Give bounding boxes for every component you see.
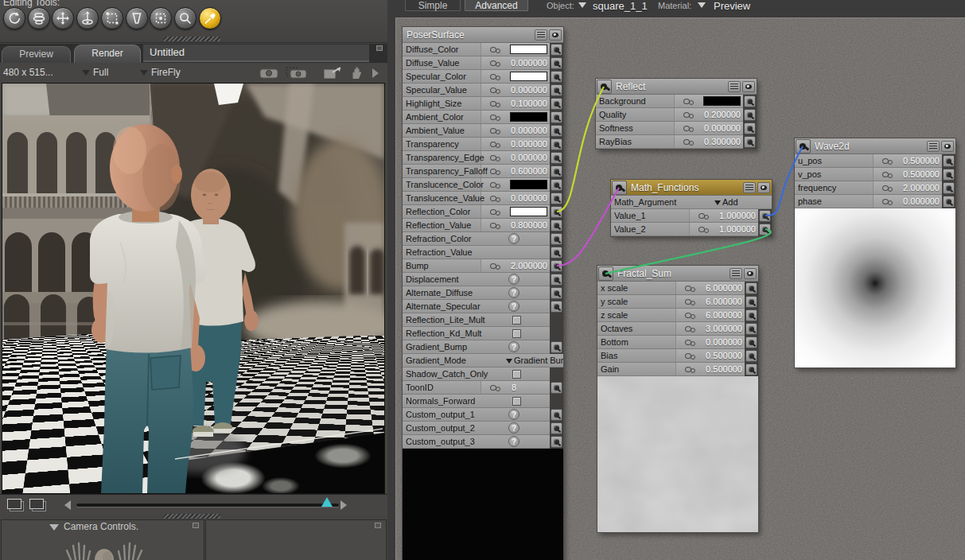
animation-link-icon[interactable]	[490, 196, 503, 202]
output-plug-icon[interactable]	[551, 98, 562, 110]
param-value[interactable]: 0.100000	[511, 99, 547, 108]
animation-link-icon[interactable]	[683, 126, 696, 132]
object-dropdown-icon[interactable]	[578, 2, 586, 8]
output-plug-icon[interactable]	[943, 155, 955, 167]
param-value[interactable]: 0.000000	[511, 193, 547, 203]
animation-link-icon[interactable]	[490, 155, 503, 161]
size-dropdown[interactable]: Full	[93, 67, 108, 78]
animation-link-icon[interactable]	[490, 223, 503, 229]
output-plug-icon[interactable]	[551, 165, 562, 177]
node-menu-icon[interactable]	[535, 29, 547, 41]
shader-node-graph[interactable]: PoserSurfaceDiffuse_ColorDiffuse_Value0.…	[395, 18, 965, 560]
node-header[interactable]: Wave2d	[795, 138, 955, 154]
help-icon[interactable]: ?	[508, 422, 519, 434]
animation-link-icon[interactable]	[490, 74, 503, 80]
translate-tool-button[interactable]	[52, 7, 74, 29]
stack-back-icon[interactable]	[7, 499, 21, 509]
param-value[interactable]: 0.000000	[511, 126, 547, 135]
color-swatch[interactable]	[510, 72, 547, 81]
size-dropdown-icon[interactable]	[82, 70, 90, 76]
frame-back-arrow[interactable]	[64, 500, 71, 510]
node-menu-icon[interactable]	[927, 141, 940, 152]
output-plug-icon[interactable]	[551, 57, 562, 69]
output-plug-icon[interactable]	[551, 409, 562, 421]
timeline-marker[interactable]	[321, 497, 333, 507]
output-plug-icon[interactable]	[759, 224, 771, 235]
node-header[interactable]: Reflect	[596, 79, 757, 95]
node-preview-radial[interactable]	[795, 208, 955, 368]
output-plug-icon[interactable]	[745, 282, 757, 294]
animation-link-icon[interactable]	[685, 340, 698, 346]
param-value[interactable]: 0.000000	[511, 58, 547, 68]
render-camera-icon[interactable]	[259, 65, 281, 83]
render-export-icon[interactable]	[321, 65, 345, 84]
output-plug-icon[interactable]	[551, 220, 562, 231]
animation-link-icon[interactable]	[490, 128, 503, 134]
output-plug-icon[interactable]	[745, 350, 757, 362]
output-plug-icon[interactable]	[745, 364, 757, 375]
pane-menu-icon[interactable]	[193, 523, 199, 528]
animation-link-icon[interactable]	[490, 101, 503, 107]
animation-link-icon[interactable]	[685, 313, 698, 319]
param-checkbox[interactable]	[512, 397, 521, 406]
material-dropdown-icon[interactable]	[698, 2, 706, 8]
engine-dropdown-icon[interactable]	[140, 70, 148, 76]
color-swatch[interactable]	[510, 180, 547, 189]
output-plug-icon[interactable]	[551, 382, 562, 394]
param-value[interactable]: 0.600000	[511, 166, 547, 176]
animation-link-icon[interactable]	[490, 47, 503, 53]
output-plug-icon[interactable]	[744, 95, 756, 107]
node-math_functions[interactable]: Math_FunctionsMath_ArgumentAddValue_11.0…	[611, 180, 772, 236]
timeline-track[interactable]	[76, 504, 339, 507]
color-swatch[interactable]	[510, 112, 547, 122]
animation-link-icon[interactable]	[882, 172, 895, 178]
output-plug-icon[interactable]	[744, 122, 756, 134]
material-value[interactable]: Preview	[714, 0, 963, 12]
output-plug-icon[interactable]	[551, 206, 562, 218]
hand-tool-icon[interactable]	[348, 65, 366, 84]
help-icon[interactable]: ?	[508, 287, 519, 298]
pane-menu-icon[interactable]	[375, 523, 381, 528]
output-plug-icon[interactable]	[551, 71, 562, 83]
animation-link-icon[interactable]	[490, 88, 503, 94]
output-plug-icon[interactable]	[551, 436, 562, 448]
panel-grip[interactable]	[163, 37, 220, 41]
node-menu-icon[interactable]	[743, 182, 756, 193]
twist-tool-button[interactable]	[28, 7, 50, 29]
output-plug-icon[interactable]	[551, 422, 562, 434]
collapse-triangle-icon[interactable]	[49, 524, 59, 531]
node-posersurface[interactable]: PoserSurfaceDiffuse_ColorDiffuse_Value0.…	[403, 27, 563, 560]
output-plug-icon[interactable]	[551, 247, 562, 259]
param-value[interactable]: 0.000000	[511, 139, 547, 149]
animation-link-icon[interactable]	[490, 263, 503, 270]
output-plug-icon[interactable]	[551, 260, 562, 272]
help-icon[interactable]: ?	[508, 341, 519, 352]
param-value[interactable]: 0.500000	[903, 169, 940, 179]
animation-link-icon[interactable]	[490, 169, 503, 175]
output-plug-icon[interactable]	[551, 84, 562, 96]
param-value[interactable]: 0.000000	[511, 153, 547, 162]
output-plug-icon[interactable]	[551, 301, 562, 313]
node-preview-toggle-icon[interactable]	[941, 141, 954, 152]
help-icon[interactable]: ?	[508, 409, 519, 420]
viewport-3d-scene[interactable]	[2, 83, 385, 494]
param-value[interactable]: 2.000000	[511, 261, 547, 270]
param-value[interactable]: 6.000000	[706, 297, 742, 306]
param-value[interactable]: 0.300000	[704, 137, 741, 146]
output-plug-icon[interactable]	[943, 182, 955, 194]
tab-preview[interactable]: Preview	[2, 46, 71, 63]
param-value[interactable]: 3.000000	[706, 324, 742, 333]
node-menu-icon[interactable]	[728, 81, 741, 92]
node-header[interactable]: Math_Functions	[611, 180, 772, 196]
param-value[interactable]: 2.000000	[903, 183, 940, 192]
output-plug-icon[interactable]	[759, 210, 771, 222]
animation-link-icon[interactable]	[490, 209, 503, 216]
panel-menu-icon[interactable]	[376, 45, 383, 51]
node-wave2d[interactable]: Wave2du_pos0.500000v_pos0.500000frequenc…	[795, 138, 955, 368]
param-value[interactable]: 0.500000	[706, 351, 742, 360]
taper-tool-button[interactable]	[126, 7, 148, 29]
param-value[interactable]: 6.000000	[706, 283, 742, 293]
animation-link-icon[interactable]	[490, 115, 503, 121]
output-plug-icon[interactable]	[551, 125, 562, 137]
area-render-camera-icon[interactable]	[286, 65, 308, 83]
